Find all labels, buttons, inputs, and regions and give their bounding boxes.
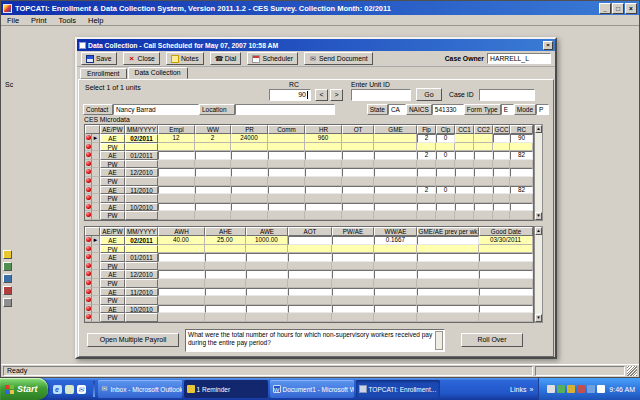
hr-field[interactable] [305,151,342,160]
location-field[interactable] [235,104,335,115]
clp-field[interactable]: 0 [436,186,455,195]
gme-ae-field[interactable] [417,236,479,245]
comm-field[interactable] [268,203,305,212]
ot-field[interactable] [342,186,374,195]
awh-field[interactable] [158,270,205,279]
ww-ae-field[interactable] [374,305,417,314]
side-tool-icon-3[interactable] [3,274,12,283]
cc1-field[interactable] [455,203,474,212]
comm-field[interactable] [268,168,305,177]
pw-ae-field[interactable] [332,236,374,245]
cc2-field[interactable] [474,203,493,212]
case-id-input[interactable] [479,89,535,101]
empl-field[interactable] [158,168,195,177]
table1-scrollbar[interactable]: ▲ ▼ [534,124,543,221]
table2-scrollbar[interactable]: ▲ ▼ [534,226,543,323]
empl-field[interactable] [158,151,195,160]
good-date-field[interactable] [479,270,533,279]
gme-ae-field[interactable] [417,270,479,279]
ww-field[interactable] [195,168,231,177]
pr-field[interactable] [231,203,268,212]
show-desktop-icon[interactable] [65,385,74,394]
rc-field[interactable]: 90 [510,134,533,143]
tray-icon-5[interactable] [587,385,595,393]
resize-grip[interactable] [627,366,637,376]
awh-field[interactable] [158,305,205,314]
tray-icon-6[interactable] [597,385,605,393]
mode-field[interactable]: P [536,104,549,115]
cc1-field[interactable] [455,186,474,195]
ww-field[interactable] [195,186,231,195]
pr-field[interactable] [231,168,268,177]
ww-ae-field[interactable] [374,288,417,297]
scheduler-button[interactable]: Scheduler [247,52,298,65]
task-topcati[interactable]: TOPCATI: Enrollment... [356,380,440,398]
ww-field[interactable] [195,203,231,212]
close-button[interactable]: ×Close [123,52,160,65]
gme-field[interactable] [374,151,417,160]
awe-field[interactable] [246,305,288,314]
clp-field[interactable]: 0 [436,134,455,143]
main-titlebar[interactable]: TOPCATI: Enrollment & Data Collection Sy… [1,1,639,15]
awe-field[interactable] [246,270,288,279]
notes-button[interactable]: Notes [166,52,204,65]
side-tool-icon-1[interactable] [3,250,12,259]
pr-field[interactable] [231,186,268,195]
naics-field[interactable]: 541330 [432,104,464,115]
cc1-field[interactable] [455,151,474,160]
task-word-document1[interactable]: WDocument1 - Microsoft W... [270,380,354,398]
flp-field[interactable] [417,203,436,212]
go-button[interactable]: Go [416,88,442,101]
unit-id-input[interactable] [351,89,411,101]
comm-field[interactable] [268,151,305,160]
rc-field[interactable]: 82 [510,151,533,160]
gcc-field[interactable] [493,186,510,195]
awh-field[interactable] [158,253,205,262]
state-field[interactable]: CA [388,104,406,115]
roll-over-button[interactable]: Roll Over [461,333,523,347]
pw-ae-field[interactable] [332,305,374,314]
minimize-button[interactable]: _ [599,3,611,14]
aot-field[interactable] [288,288,332,297]
cc1-field[interactable] [455,168,474,177]
tray-icon-4[interactable] [577,385,585,393]
pw-ae-field[interactable] [332,253,374,262]
gcc-field[interactable] [493,134,510,143]
empl-field[interactable] [158,203,195,212]
good-date-field[interactable] [479,288,533,297]
cc2-field[interactable] [474,151,493,160]
internet-explorer-icon[interactable]: e [53,385,62,394]
side-tool-icon-5[interactable] [3,298,12,307]
gme-field[interactable] [374,168,417,177]
menu-item-help[interactable]: Help [82,16,109,25]
flp-field[interactable]: 2 [417,186,436,195]
outlook-express-icon[interactable]: ✉ [77,385,86,394]
hr-field[interactable] [305,168,342,177]
dialog-close-button[interactable]: × [543,41,553,50]
side-tool-icon-2[interactable] [3,262,12,271]
links-toolbar[interactable]: Links » [505,386,538,393]
cc2-field[interactable] [474,186,493,195]
rc-field[interactable]: 82 [510,186,533,195]
ahe-field[interactable] [205,270,246,279]
good-date-field[interactable] [479,253,533,262]
scroll-up-icon[interactable]: ▲ [535,227,542,235]
scroll-down-icon[interactable]: ▼ [535,212,542,220]
gme-field[interactable] [374,186,417,195]
clp-field[interactable]: 0 [436,151,455,160]
dial-button[interactable]: ☎Dial [210,52,242,65]
aot-field[interactable] [288,270,332,279]
ww-ae-field[interactable] [374,270,417,279]
scroll-up-icon[interactable]: ▲ [535,125,542,133]
open-multiple-payroll-button[interactable]: Open Multiple Payroll [87,333,179,347]
previous-unit-button[interactable]: < [315,89,328,101]
flp-field[interactable] [417,168,436,177]
hr-field[interactable] [305,186,342,195]
tray-icon-2[interactable] [557,385,565,393]
gme-field[interactable] [374,203,417,212]
gcc-field[interactable] [493,168,510,177]
scrollbar-track[interactable] [535,235,542,314]
menu-item-tools[interactable]: Tools [53,16,83,25]
empl-field[interactable] [158,186,195,195]
send-document-button[interactable]: ✉Send Document [304,52,373,65]
